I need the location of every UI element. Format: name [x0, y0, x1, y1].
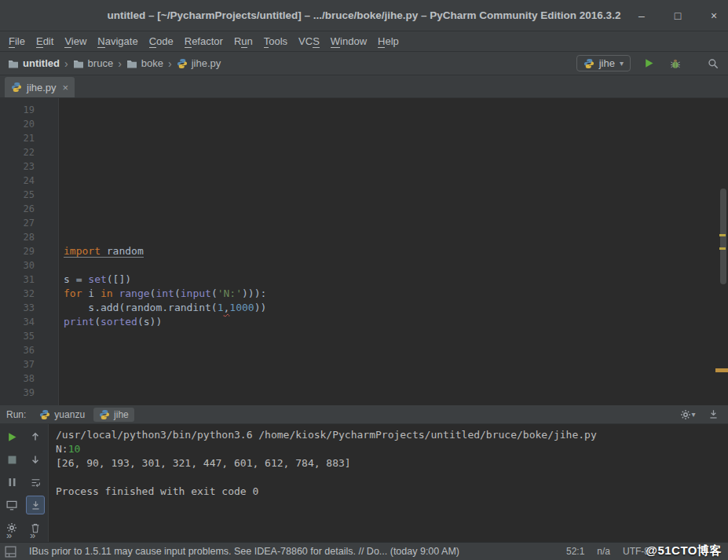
- status-message[interactable]: IBus prior to 1.5.11 may cause input pro…: [29, 546, 554, 557]
- line-separator-widget[interactable]: n/a: [597, 546, 610, 557]
- line-number[interactable]: 38: [0, 372, 35, 386]
- up-stack-trace-button[interactable]: [26, 427, 45, 446]
- rerun-button[interactable]: [2, 427, 21, 446]
- warning-stripe-mark[interactable]: [719, 234, 726, 236]
- code-line[interactable]: 30: [0, 258, 717, 273]
- menu-item-navigate[interactable]: Navigate: [92, 35, 143, 47]
- down-stack-trace-button[interactable]: [26, 450, 45, 469]
- line-number[interactable]: 33: [0, 301, 35, 315]
- code-line[interactable]: 37: [0, 357, 717, 372]
- code-line[interactable]: 27: [0, 216, 717, 230]
- code-line[interactable]: 26: [0, 202, 717, 216]
- line-number[interactable]: 22: [0, 145, 35, 159]
- code-line[interactable]: 24: [0, 174, 717, 188]
- editor[interactable]: 1920212223242526272829import random3031s…: [0, 98, 728, 405]
- run-console-output[interactable]: /usr/local/python3/bin/python3.6 /home/k…: [49, 424, 728, 542]
- minimize-button[interactable]: –: [635, 9, 648, 23]
- menu-item-vcs[interactable]: VCS: [293, 35, 325, 47]
- line-number[interactable]: 30: [0, 258, 35, 273]
- menu-item-view[interactable]: View: [59, 35, 92, 47]
- menu-item-help[interactable]: Help: [372, 35, 404, 47]
- line-number[interactable]: 36: [0, 343, 35, 357]
- run-config-name: jihe: [599, 57, 615, 69]
- menu-item-code[interactable]: Code: [144, 35, 179, 47]
- code-text: s = set([]): [59, 273, 131, 287]
- menu-item-edit[interactable]: Edit: [31, 35, 59, 47]
- code-line[interactable]: 23: [0, 159, 717, 174]
- more-options-chevron[interactable]: »: [6, 530, 12, 541]
- maximize-button[interactable]: □: [671, 9, 684, 23]
- more-options-chevron[interactable]: »: [30, 530, 35, 541]
- debug-button[interactable]: [667, 55, 684, 72]
- console-settings-button[interactable]: ▾: [679, 406, 697, 423]
- code-line[interactable]: 29import random: [0, 244, 717, 258]
- breadcrumb-item-bruce[interactable]: bruce: [71, 57, 115, 70]
- fold-gutter: [35, 301, 59, 315]
- line-number[interactable]: 32: [0, 287, 35, 301]
- menu-item-run[interactable]: Run: [229, 35, 258, 47]
- line-number[interactable]: 24: [0, 174, 35, 188]
- line-number[interactable]: 35: [0, 329, 35, 343]
- line-number[interactable]: 23: [0, 159, 35, 174]
- line-number[interactable]: 34: [0, 315, 35, 329]
- editor-tab-jihe-py[interactable]: jihe.py ×: [5, 77, 75, 97]
- menu-item-window[interactable]: Window: [325, 35, 372, 47]
- line-number[interactable]: 29: [0, 244, 35, 258]
- warning-stripe-mark[interactable]: [719, 247, 726, 250]
- caret-position-widget[interactable]: 52:1: [566, 546, 584, 557]
- line-number[interactable]: 26: [0, 202, 35, 216]
- line-number[interactable]: 31: [0, 273, 35, 287]
- close-button[interactable]: ×: [708, 9, 720, 23]
- line-number[interactable]: 37: [0, 357, 35, 372]
- line-number[interactable]: 25: [0, 188, 35, 202]
- code-line[interactable]: 20: [0, 117, 717, 131]
- line-number[interactable]: 19: [0, 103, 35, 117]
- run-config-selector[interactable]: jihe ▾: [576, 55, 631, 71]
- tab-close-icon[interactable]: ×: [63, 82, 69, 93]
- fold-gutter: [35, 174, 59, 188]
- breadcrumb-item-boke[interactable]: boke: [125, 57, 165, 70]
- menu-item-refactor[interactable]: Refactor: [179, 35, 229, 47]
- mnemonic-underline: H: [378, 35, 385, 48]
- pause-output-button[interactable]: [2, 473, 21, 492]
- menu-item-file[interactable]: File: [3, 35, 31, 47]
- code-line[interactable]: 22: [0, 145, 717, 159]
- line-number[interactable]: 27: [0, 216, 35, 230]
- code-line[interactable]: 25: [0, 188, 717, 202]
- code-line[interactable]: 36: [0, 343, 717, 357]
- toolwindow-toggle-icon[interactable]: [5, 546, 16, 558]
- editor-tab-bar: jihe.py ×: [0, 75, 728, 98]
- breadcrumb-item-untitled[interactable]: untitled: [6, 57, 61, 70]
- code-line[interactable]: 19: [0, 103, 717, 117]
- menu-item-tools[interactable]: Tools: [258, 35, 293, 47]
- restore-layout-button[interactable]: [2, 496, 21, 514]
- code-line[interactable]: 34print(sorted(s)): [0, 315, 717, 329]
- line-number[interactable]: 28: [0, 230, 35, 244]
- editor-scrollbar-thumb[interactable]: [720, 188, 726, 284]
- code-line[interactable]: 33 s.add(random.randint(1,1000)): [0, 301, 717, 315]
- code-line[interactable]: 35: [0, 329, 717, 343]
- soft-wrap-button[interactable]: [26, 473, 45, 492]
- line-number[interactable]: 21: [0, 131, 35, 145]
- run-tab-jihe[interactable]: jihe: [93, 408, 134, 422]
- search-everywhere-button[interactable]: [704, 55, 722, 72]
- code-line[interactable]: 28: [0, 230, 717, 244]
- warning-stripe-mark[interactable]: [715, 368, 728, 372]
- code-line[interactable]: 21: [0, 131, 717, 145]
- breadcrumb-item-jihe-py[interactable]: jihe.py: [175, 57, 223, 70]
- code-text: [59, 372, 64, 386]
- folder-icon: [126, 59, 137, 68]
- code-line[interactable]: 38: [0, 372, 717, 386]
- pin-tab-button[interactable]: [704, 406, 722, 423]
- line-number[interactable]: 20: [0, 117, 35, 131]
- run-tab-yuanzu[interactable]: yuanzu: [34, 408, 90, 422]
- code-line[interactable]: 39: [0, 386, 717, 400]
- stop-button[interactable]: [2, 450, 21, 469]
- run-button[interactable]: [640, 55, 657, 72]
- code-line[interactable]: 31s = set([]): [0, 273, 717, 287]
- scroll-to-end-button[interactable]: [26, 496, 45, 514]
- code-token: 1: [218, 302, 224, 313]
- breadcrumb-label: bruce: [88, 57, 114, 69]
- line-number[interactable]: 39: [0, 386, 35, 400]
- code-line[interactable]: 32for i in range(int(input('N:'))):: [0, 287, 717, 301]
